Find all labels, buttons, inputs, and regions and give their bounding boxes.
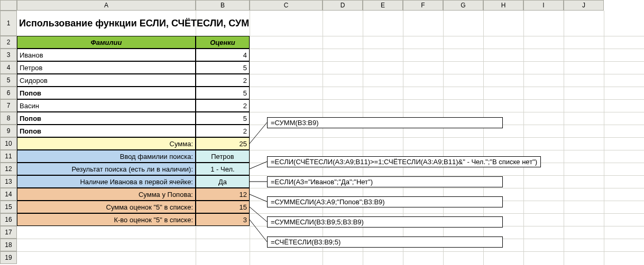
row-header-19[interactable]: 19 [0,251,17,264]
col-header-H[interactable]: H [483,0,523,11]
col-header-G[interactable]: G [443,0,483,11]
svg-line-0 [250,122,267,144]
formula-box-sumif-5: =СУММЕСЛИ(B3:B9;5;B3:B9) [267,216,503,228]
label-popov-sum[interactable]: Сумма у Попова: [17,188,196,201]
value-ivanov[interactable]: Да [196,175,250,188]
value-sum[interactable]: 25 [196,137,250,150]
row-header-1[interactable]: 1 [0,11,17,36]
formula-box-sumif-popov: =СУММЕСЛИ(A3:A9;"Попов";B3:B9) [267,196,503,207]
cell-val[interactable]: 5 [196,112,250,125]
svg-line-4 [250,207,267,222]
value-cnt5[interactable]: 3 [196,213,250,226]
label-cnt5[interactable]: К-во оценок "5" в списке: [17,213,196,226]
cell-val[interactable]: 2 [196,74,250,87]
formula-box-sum: =СУММ(B3:B9) [267,117,503,128]
cell-name[interactable]: Иванов [17,49,196,61]
formula-box-if-ivanov: =ЕСЛИ(A3="Иванов";"Да";"Нет") [267,176,503,187]
formula-box-countif-5: =СЧЁТЕСЛИ(B3:B9;5) [267,236,503,248]
row-header-13[interactable]: 13 [0,175,17,188]
cell-val[interactable]: 4 [196,49,250,61]
header-grade[interactable]: Оценки [196,36,250,49]
label-sum5[interactable]: Сумма оценок "5" в списке: [17,201,196,213]
row-header-14[interactable]: 14 [0,188,17,201]
row-header-11[interactable]: 11 [0,150,17,163]
header-surname[interactable]: Фамилии [17,36,196,49]
formula-box-countif-text: =ЕСЛИ(СЧЁТЕСЛИ(A3:A9;B11)>=1;СЧЁТЕСЛИ(A3… [267,156,541,167]
row-header-9[interactable]: 9 [0,125,17,137]
row-header-4[interactable]: 4 [0,61,17,74]
row-header-2[interactable]: 2 [0,36,17,49]
row-header-5[interactable]: 5 [0,74,17,87]
col-header-F[interactable]: F [403,0,443,11]
cell-name[interactable]: Петров [17,61,196,74]
cell-val[interactable]: 2 [196,125,250,137]
label-search-input[interactable]: Ввод фамилии поиска: [17,150,196,163]
cell-val[interactable]: 5 [196,87,250,99]
col-header-D[interactable]: D [323,0,363,11]
row-header-18[interactable]: 18 [0,239,17,251]
value-popov-sum[interactable]: 12 [196,188,250,201]
label-ivanov[interactable]: Наличие Иванова в первой ячейке: [17,175,196,188]
select-all-corner[interactable] [0,0,17,11]
col-header-A[interactable]: A [17,0,196,11]
page-title[interactable]: Использование функции ЕСЛИ, СЧЁТЕСЛИ, СУ… [17,11,250,36]
cell-name[interactable]: Сидоров [17,74,196,87]
row-header-17[interactable]: 17 [0,226,17,239]
row-header-16[interactable]: 16 [0,213,17,226]
value-search-result[interactable]: 1 - Чел. [196,163,250,175]
col-header-E[interactable]: E [363,0,403,11]
label-search-result[interactable]: Результат поиска (есть ли в наличии): [17,163,196,175]
col-header-C[interactable]: C [250,0,323,11]
cell-name[interactable]: Васин [17,99,196,112]
row-header-15[interactable]: 15 [0,201,17,213]
col-header-I[interactable]: I [523,0,564,11]
cell-val[interactable]: 2 [196,99,250,112]
value-search-input[interactable]: Петров [196,150,250,163]
row-header-10[interactable]: 10 [0,137,17,150]
row-header-12[interactable]: 12 [0,163,17,175]
cell-name[interactable]: Попов [17,125,196,137]
cell-name[interactable]: Попов [17,87,196,99]
row-header-6[interactable]: 6 [0,87,17,99]
cell-name[interactable]: Попов [17,112,196,125]
row-header-7[interactable]: 7 [0,99,17,112]
value-sum5[interactable]: 15 [196,201,250,213]
col-header-J[interactable]: J [564,0,604,11]
row-header-3[interactable]: 3 [0,49,17,61]
label-sum[interactable]: Сумма: [17,137,196,150]
col-header-B[interactable]: B [196,0,250,11]
row-header-8[interactable]: 8 [0,112,17,125]
cell-val[interactable]: 5 [196,61,250,74]
